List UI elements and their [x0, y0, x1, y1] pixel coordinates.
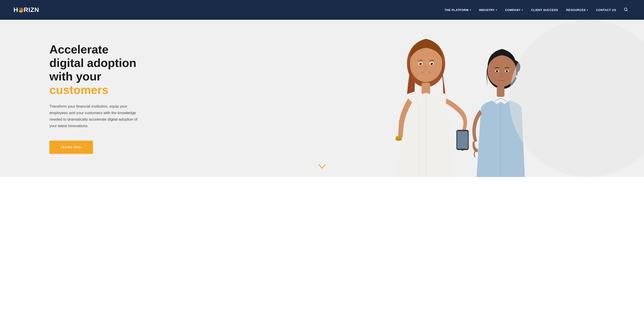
logo-rizn: RIZN [24, 6, 39, 13]
svg-point-10 [396, 138, 402, 140]
hero-title: Accelerate digital adoption with your cu… [50, 43, 144, 96]
hero-description: Transform your financial institution, eq… [50, 103, 144, 130]
nav-item-resources[interactable]: RESOURCES ▾ [563, 6, 591, 14]
svg-point-30 [506, 71, 508, 72]
learn-how-button[interactable]: LEARN HOW [50, 140, 93, 154]
svg-line-1 [626, 10, 627, 11]
logo-h: H [14, 6, 18, 13]
svg-point-27 [496, 71, 498, 72]
chevron-down-icon: ▾ [522, 9, 523, 11]
navbar: HRIZN THE PLATFORM ▾ INDUSTRY ▾ COMPANY … [0, 0, 644, 20]
nav-item-industry[interactable]: INDUSTRY ▾ [476, 6, 500, 14]
svg-point-15 [420, 63, 420, 64]
svg-point-8 [462, 149, 464, 151]
nav-links: THE PLATFORM ▾ INDUSTRY ▾ COMPANY ▾ CLIE… [442, 6, 630, 14]
search-icon[interactable] [621, 6, 630, 14]
nav-item-the-platform[interactable]: THE PLATFORM ▾ [442, 6, 474, 14]
svg-point-19 [431, 63, 432, 64]
logo-o-ring [18, 8, 23, 12]
chevron-down-icon[interactable] [318, 163, 326, 170]
hero-title-highlight: customers [50, 83, 108, 96]
nav-item-client-success[interactable]: CLIENT SUCCESS [528, 6, 561, 14]
logo-text: HRIZN [14, 6, 39, 14]
chevron-down-icon: ▾ [496, 9, 497, 11]
chevron-down-icon: ▾ [587, 9, 588, 11]
svg-rect-7 [458, 131, 468, 149]
nav-item-contact-us[interactable]: CONTACT US [593, 6, 619, 14]
hero-content: Accelerate digital adoption with your cu… [0, 25, 157, 172]
logo[interactable]: HRIZN [14, 6, 39, 14]
nav-item-company[interactable]: COMPANY ▾ [502, 6, 526, 14]
scroll-indicator[interactable] [318, 163, 326, 170]
chevron-down-icon: ▾ [470, 9, 471, 11]
hero-section: Accelerate digital adoption with your cu… [0, 20, 644, 177]
svg-rect-23 [497, 86, 504, 97]
